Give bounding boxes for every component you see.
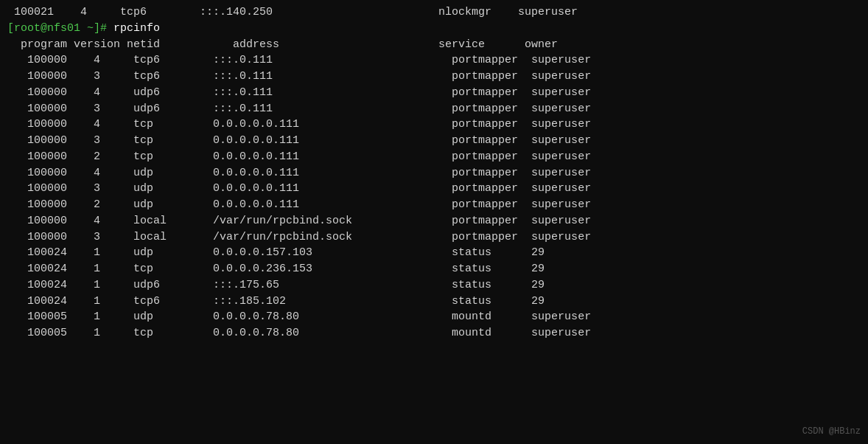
command-text: rpcinfo bbox=[107, 22, 160, 35]
data-row: 100024 1 tcp6 :::.185.102 status 29 bbox=[7, 294, 861, 310]
data-row: 100000 4 tcp 0.0.0.0.0.111 portmapper su… bbox=[7, 117, 861, 133]
data-row: 100000 2 udp 0.0.0.0.0.111 portmapper su… bbox=[7, 197, 861, 213]
data-row: 100000 3 tcp6 :::.0.111 portmapper super… bbox=[7, 69, 861, 85]
line-top: 100021 4 tcp6 :::.140.250 nlockmgr super… bbox=[7, 4, 861, 21]
data-row: 100000 4 tcp6 :::.0.111 portmapper super… bbox=[7, 52, 861, 69]
data-row: 100000 3 udp 0.0.0.0.0.111 portmapper su… bbox=[7, 181, 861, 197]
prompt-line: [root@nfs01 ~]# rpcinfo bbox=[7, 21, 861, 37]
data-row: 100024 1 udp6 :::.175.65 status 29 bbox=[7, 277, 861, 294]
data-row: 100000 3 tcp 0.0.0.0.0.111 portmapper su… bbox=[7, 133, 861, 149]
data-row: 100000 4 local /var/run/rpcbind.sock por… bbox=[7, 213, 861, 229]
watermark: CSDN @HBinz bbox=[802, 426, 861, 438]
data-row: 100005 1 udp 0.0.0.0.78.80 mountd superu… bbox=[7, 309, 861, 325]
data-row: 100005 1 tcp 0.0.0.0.78.80 mountd superu… bbox=[7, 325, 861, 341]
data-row: 100000 3 local /var/run/rpcbind.sock por… bbox=[7, 229, 861, 246]
data-row: 100000 4 udp 0.0.0.0.0.111 portmapper su… bbox=[7, 165, 861, 181]
data-row: 100000 4 udp6 :::.0.111 portmapper super… bbox=[7, 85, 861, 101]
header-line: program version netid address service ow… bbox=[7, 37, 861, 53]
prompt-text: [root@nfs01 ~]# bbox=[7, 22, 107, 35]
data-row: 100000 2 tcp 0.0.0.0.0.111 portmapper su… bbox=[7, 149, 861, 165]
terminal-window: 100021 4 tcp6 :::.140.250 nlockmgr super… bbox=[7, 4, 861, 440]
data-row: 100024 1 tcp 0.0.0.0.236.153 status 29 bbox=[7, 261, 861, 277]
data-row: 100000 3 udp6 :::.0.111 portmapper super… bbox=[7, 101, 861, 117]
data-row: 100024 1 udp 0.0.0.0.157.103 status 29 bbox=[7, 245, 861, 261]
